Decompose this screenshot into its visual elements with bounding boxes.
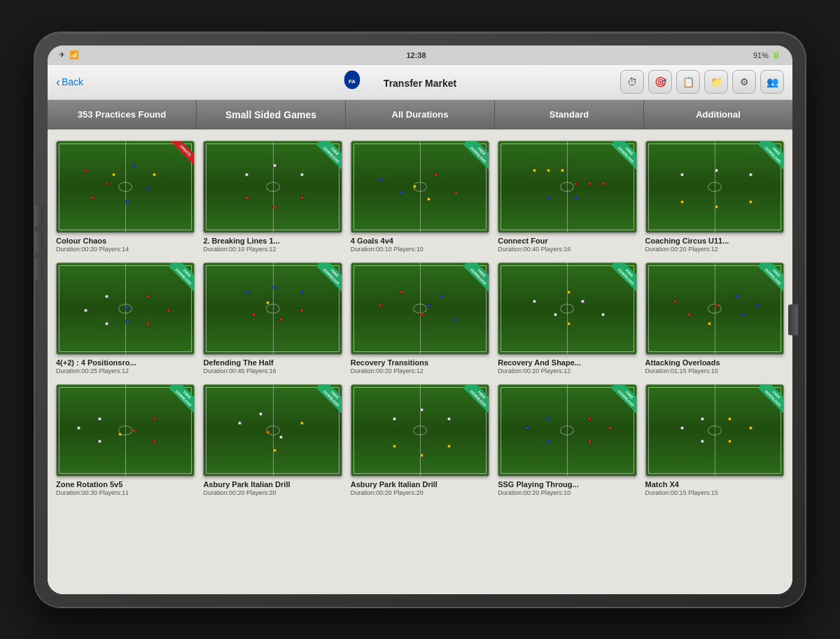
player-dot — [273, 205, 276, 209]
practice-card[interactable]: FREEDOWNLOADConnect FourDuration:00:40 P… — [498, 141, 636, 253]
player-dot — [300, 196, 304, 199]
player-dot — [245, 173, 248, 176]
player-dot — [300, 173, 304, 176]
practice-card[interactable]: FREEDOWNLOADRecovery And Shape...Duratio… — [498, 262, 636, 374]
player-dot — [427, 197, 430, 201]
volume-up-btn — [34, 205, 43, 226]
card-badge-ribbon: FREEDOWNLOAD — [158, 263, 194, 300]
card-meta: Duration:00:20 Players:20 — [203, 489, 342, 496]
practice-card[interactable]: FREEDOWNLOADAsbury Park Italian DrillDur… — [203, 384, 342, 496]
player-dot — [574, 196, 578, 199]
practice-card[interactable]: FREEDOWNLOADZone Rotation 5v5Duration:00… — [56, 384, 195, 496]
player-dot — [547, 417, 550, 421]
practice-card[interactable]: FREEDOWNLOAD4(+2) : 4 Positionsro...Dura… — [56, 262, 195, 374]
history-icon-btn[interactable]: ⏱ — [620, 70, 644, 94]
card-badge-ribbon: FREEDOWNLOAD — [452, 263, 489, 300]
practice-card[interactable]: FREEDOWNLOAD2. Breaking Lines 1...Durati… — [203, 141, 342, 253]
practice-card[interactable]: FREEDOWNLOADMatch X4Duration:00:15 Playe… — [645, 384, 784, 496]
back-label: Back — [62, 76, 83, 87]
player-dot — [300, 309, 304, 312]
player-dot — [112, 173, 115, 176]
player-dot — [749, 200, 752, 204]
player-dot — [701, 417, 704, 421]
practice-card[interactable]: FREEDOWNLOADAsbury Park Italian DrillDur… — [351, 384, 489, 496]
badge-label: FREEDOWNLOAD — [316, 141, 341, 170]
card-badge-ribbon: FREEDOWNLOAD — [452, 385, 489, 421]
badge-label: FREEDOWNLOAD — [758, 263, 783, 292]
card-title: Asbury Park Italian Drill — [351, 480, 489, 489]
folder-icon-btn[interactable]: 📁 — [704, 70, 728, 94]
card-title: Asbury Park Italian Drill — [203, 480, 342, 489]
practice-card[interactable]: FREEDOWNLOADCoaching Circus U11...Durati… — [645, 141, 784, 253]
practice-card[interactable]: FREEDOWNLOADSSG Playing Throug...Duratio… — [498, 384, 636, 496]
player-dot — [273, 286, 276, 289]
player-dot — [588, 440, 592, 443]
player-dot — [547, 169, 550, 172]
battery-level: 91% — [753, 51, 769, 59]
filter-bar: 353 Practices Found Small Sided Games Al… — [48, 100, 792, 129]
status-time: 12:38 — [406, 51, 426, 59]
card-badge-ribbon: FREEDOWNLOAD — [747, 385, 783, 421]
standard-filter[interactable]: Standard — [495, 100, 644, 129]
back-arrow-icon: ‹ — [56, 75, 60, 90]
player-dot — [132, 164, 136, 167]
player-dot — [673, 300, 677, 303]
player-dot — [701, 440, 704, 443]
practice-card[interactable]: FREEDOWNLOADAttacking OverloadsDuration:… — [645, 262, 784, 374]
player-dot — [447, 444, 451, 448]
settings-icon-btn[interactable]: ⚙ — [732, 70, 756, 94]
player-dot — [708, 322, 711, 325]
player-dot — [601, 182, 605, 185]
player-dot — [420, 454, 424, 457]
card-thumbnail: FREEDOWNLOAD — [645, 141, 784, 233]
home-button[interactable] — [788, 304, 798, 335]
volume-down-btn — [34, 232, 43, 253]
duration-filter[interactable]: All Durations — [346, 100, 495, 129]
player-dot — [273, 449, 276, 452]
card-thumbnail: FREEDOWNLOAD — [351, 384, 489, 477]
target-icon-btn[interactable]: 🎯 — [648, 70, 672, 94]
card-meta: Duration:00:20 Players:10 — [498, 489, 636, 496]
users-icon-btn[interactable]: 👥 — [760, 70, 784, 94]
player-dot — [300, 290, 304, 294]
card-title: 4(+2) : 4 Positionsro... — [56, 358, 195, 367]
additional-filter[interactable]: Additional — [644, 100, 792, 129]
card-meta: Duration:00:10 Players:12 — [203, 246, 342, 253]
practice-card[interactable]: FREEDOWNLOADRecovery TransitionsDuration… — [351, 262, 489, 374]
badge-label: FREEDOWNLOAD — [316, 263, 341, 292]
card-title: Zone Rotation 5v5 — [56, 480, 195, 489]
practice-card[interactable]: FREEDOWNLOADDefending The HalfDuration:0… — [203, 262, 342, 374]
card-title: 4 Goals 4v4 — [351, 237, 489, 245]
card-meta: Duration:00:20 Players:12 — [351, 367, 489, 374]
card-badge-ribbon: FREEDOWNLOAD — [305, 385, 342, 421]
page-title: Transfer Market — [384, 78, 456, 89]
player-dot — [146, 322, 150, 325]
card-thumbnail: FREEDOWNLOAD — [56, 262, 195, 355]
category-filter[interactable]: Small Sided Games — [197, 100, 346, 129]
player-dot — [77, 426, 80, 430]
player-dot — [98, 440, 102, 443]
card-meta: Duration:00:25 Players:12 — [56, 367, 195, 374]
player-dot — [146, 295, 150, 298]
back-button[interactable]: ‹ Back — [56, 75, 83, 90]
practice-card[interactable]: UPDATEColour ChaosDuration:00:20 Players… — [56, 141, 195, 253]
nav-title-area: FA — [342, 69, 363, 94]
card-meta: Duration:00:30 Players:11 — [56, 489, 195, 496]
player-dot — [379, 304, 382, 307]
badge-label: FREEDOWNLOAD — [463, 141, 489, 170]
player-dot — [567, 322, 570, 325]
card-meta: Duration:01:15 Players:10 — [645, 367, 784, 374]
card-thumbnail: FREEDOWNLOAD — [203, 262, 342, 355]
practices-count-filter[interactable]: 353 Practices Found — [48, 100, 197, 129]
player-dot — [420, 313, 424, 316]
player-dot — [420, 408, 424, 412]
card-badge-ribbon: FREEDOWNLOAD — [747, 263, 783, 300]
practice-card[interactable]: FREEDOWNLOAD4 Goals 4v4Duration:00:10 Pl… — [351, 141, 489, 253]
clipboard-icon-btn[interactable]: 📋 — [676, 70, 700, 94]
card-title: Colour Chaos — [56, 237, 195, 245]
player-dot — [561, 169, 564, 172]
card-badge-ribbon: FREEDOWNLOAD — [452, 141, 489, 178]
player-dot — [574, 182, 578, 185]
navigation-bar: ‹ Back FA Transfer Market ⏱ 🎯 📋 📁 ⚙ — [48, 65, 792, 100]
badge-label: FREEDOWNLOAD — [463, 385, 489, 414]
